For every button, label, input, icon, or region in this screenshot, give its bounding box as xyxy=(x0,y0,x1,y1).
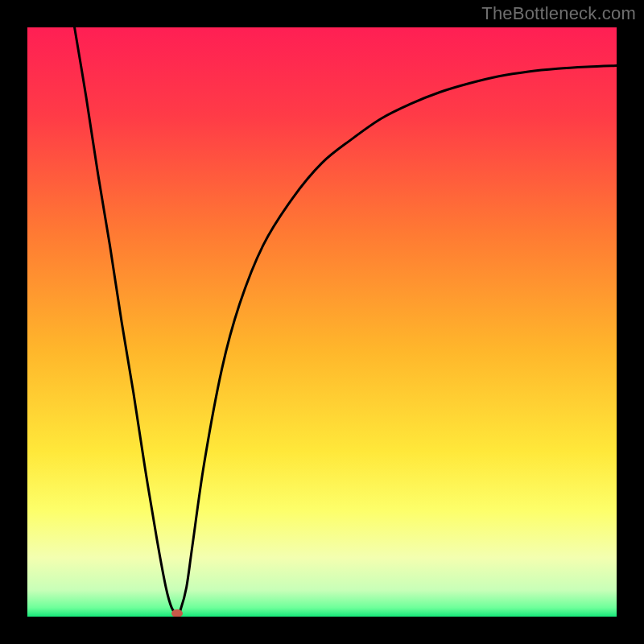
bottleneck-curve xyxy=(75,27,617,613)
optimal-point-marker xyxy=(171,609,183,617)
watermark-label: TheBottleneck.com xyxy=(481,3,636,24)
chart-frame: TheBottleneck.com xyxy=(0,0,644,644)
plot-area xyxy=(27,27,617,617)
curve-layer xyxy=(27,27,617,617)
